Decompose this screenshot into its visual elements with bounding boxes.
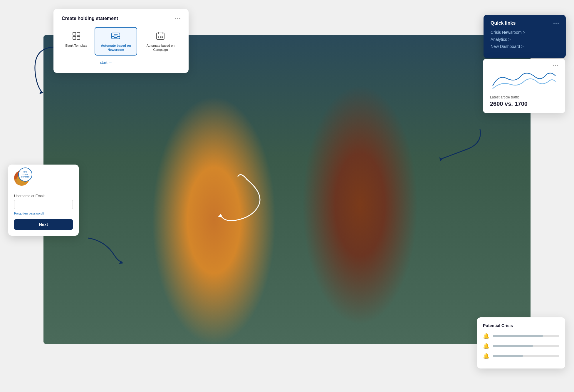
quick-links-card: Quick links Crisis Newsroom > Analytics … — [484, 15, 566, 58]
svg-rect-9 — [158, 36, 159, 38]
start-text: start → — [100, 60, 112, 65]
crisis-bell-icon-3: 🔔 — [483, 353, 489, 359]
svg-rect-11 — [162, 36, 163, 38]
crisis-item-3: 🔔 — [483, 353, 559, 359]
card-menu-dots[interactable] — [175, 18, 180, 19]
svg-rect-5 — [73, 36, 76, 39]
crisis-item-1: 🔔 — [483, 333, 559, 339]
quick-link-crisis[interactable]: Crisis Newsroom > — [491, 30, 559, 35]
crisis-bell-icon-1: 🔔 — [483, 333, 489, 339]
username-input[interactable] — [14, 200, 73, 209]
start-link[interactable]: start → — [100, 60, 180, 65]
iso-line2: 27001 — [22, 173, 28, 176]
svg-rect-10 — [160, 36, 161, 38]
create-holding-card: Create holding statement Blank Template — [53, 9, 189, 73]
potential-crisis-card: Potential Crisis 🔔 🔔 🔔 — [477, 317, 565, 368]
quick-links-menu-dots[interactable] — [553, 23, 559, 24]
crisis-bell-icon-2: 🔔 — [483, 343, 489, 349]
crisis-title: Potential Crisis — [483, 323, 559, 328]
newsroom-template-label: Automate based on Newsroom — [98, 43, 134, 52]
quick-link-analytics[interactable]: Analytics > — [491, 37, 559, 42]
traffic-value: 2600 vs. 1700 — [490, 100, 558, 107]
svg-rect-8 — [157, 33, 164, 39]
iso-line3: Certified — [21, 176, 29, 178]
username-label: Username or Email: — [14, 194, 73, 198]
next-button[interactable]: Next — [14, 219, 73, 230]
blank-template-label: Blank Template — [65, 43, 87, 48]
traffic-card: Latest article traffic 2600 vs. 1700 — [483, 59, 565, 113]
svg-rect-3 — [73, 32, 76, 35]
login-card: ISO 27001 Certified Username or Email: F… — [8, 165, 79, 236]
svg-rect-4 — [77, 32, 80, 35]
template-newsroom[interactable]: Automate based on Newsroom — [95, 27, 137, 56]
template-blank[interactable]: Blank Template — [62, 27, 91, 51]
calendar-icon — [155, 31, 166, 41]
quick-links-title: Quick links — [491, 21, 516, 26]
traffic-chart — [490, 68, 558, 92]
svg-rect-6 — [77, 36, 80, 39]
create-card-title: Create holding statement — [62, 16, 118, 21]
quick-link-dashboard[interactable]: New Dashboard > — [491, 44, 559, 49]
inbox-icon — [110, 31, 121, 41]
forgot-password-link[interactable]: Forgotten password? — [14, 212, 73, 215]
template-options: Blank Template Automate based on Newsroo… — [62, 27, 180, 56]
background-photo — [43, 35, 531, 344]
avatar-wrap: ISO 27001 Certified — [14, 170, 29, 190]
traffic-label: Latest article traffic — [490, 95, 558, 99]
traffic-menu-dots[interactable] — [553, 65, 558, 66]
grid-icon — [71, 31, 82, 41]
iso-line1: ISO — [24, 171, 27, 173]
campaign-template-label: Automate based on Campaign — [144, 43, 177, 52]
crisis-item-2: 🔔 — [483, 343, 559, 349]
template-campaign[interactable]: Automate based on Campaign — [141, 27, 180, 56]
iso-badge: ISO 27001 Certified — [18, 167, 32, 182]
svg-marker-0 — [39, 91, 43, 94]
